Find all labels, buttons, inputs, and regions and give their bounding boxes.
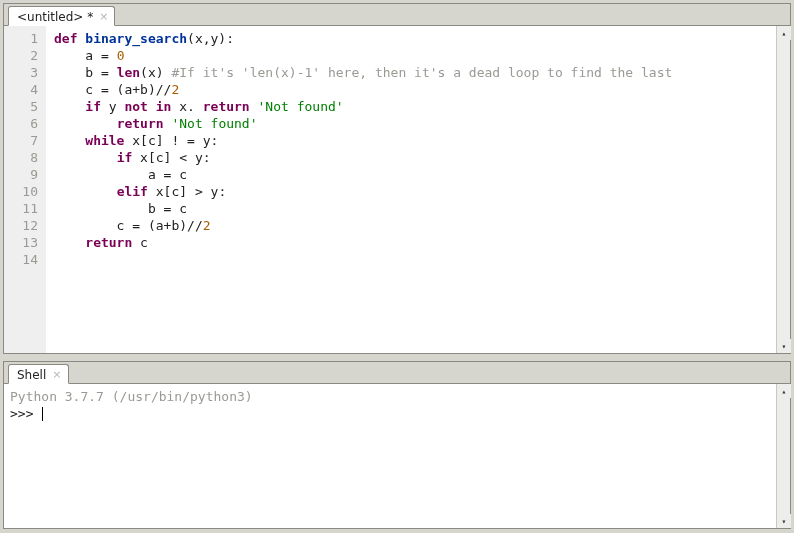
editor-tab-bar: <untitled> * ×: [4, 4, 790, 26]
shell-terminal[interactable]: Python 3.7.7 (/usr/bin/python3) >>>: [4, 384, 776, 528]
line-number-gutter: 1234567891011121314: [4, 26, 46, 353]
shell-banner: Python 3.7.7 (/usr/bin/python3): [10, 389, 253, 404]
shell-prompt: >>>: [10, 406, 41, 421]
editor-tab-label: <untitled> *: [17, 10, 93, 24]
close-icon[interactable]: ×: [99, 10, 108, 23]
editor-tab-untitled[interactable]: <untitled> * ×: [8, 6, 115, 26]
editor-scrollbar[interactable]: ▴ ▾: [776, 26, 790, 353]
code-editor[interactable]: def binary_search(x,y): a = 0 b = len(x)…: [46, 26, 776, 353]
editor-content: 1234567891011121314 def binary_search(x,…: [4, 26, 790, 353]
scroll-down-icon[interactable]: ▾: [777, 514, 791, 528]
scroll-up-icon[interactable]: ▴: [777, 384, 791, 398]
shell-tab-bar: Shell ×: [4, 362, 790, 384]
shell-tab-label: Shell: [17, 368, 46, 382]
close-icon[interactable]: ×: [52, 368, 61, 381]
scroll-up-icon[interactable]: ▴: [777, 26, 791, 40]
shell-tab[interactable]: Shell ×: [8, 364, 69, 384]
scroll-down-icon[interactable]: ▾: [777, 339, 791, 353]
shell-content: Python 3.7.7 (/usr/bin/python3) >>> ▴ ▾: [4, 384, 790, 528]
editor-pane: <untitled> * × 1234567891011121314 def b…: [3, 3, 791, 354]
shell-pane: Shell × Python 3.7.7 (/usr/bin/python3) …: [3, 361, 791, 529]
shell-scrollbar[interactable]: ▴ ▾: [776, 384, 790, 528]
shell-cursor: [42, 407, 43, 421]
